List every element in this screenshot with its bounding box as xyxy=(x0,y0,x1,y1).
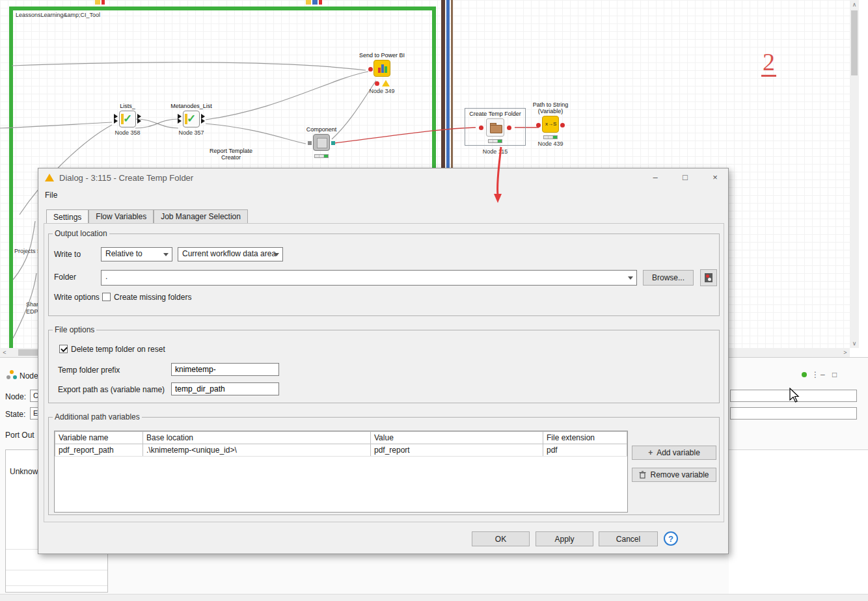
workflow-area-select[interactable]: Current workflow data area xyxy=(178,247,283,261)
node-status-light xyxy=(543,135,558,139)
dialog-title-bar[interactable]: Dialog - 3:115 - Create Temp Folder – □ … xyxy=(38,168,728,188)
add-variable-button[interactable]: + Add variable xyxy=(632,446,716,460)
create-missing-folders-label: Create missing folders xyxy=(114,293,191,302)
maximize-button[interactable]: □ xyxy=(676,170,694,185)
node-title: Lists_ xyxy=(104,103,151,109)
scroll-right-button[interactable]: > xyxy=(841,348,850,357)
settings-tab-content: Output location Write to Relative to Cur… xyxy=(44,223,724,522)
red-arrow-annotation xyxy=(468,137,534,215)
minimize-button[interactable]: – xyxy=(646,170,664,185)
temp-folder-prefix-label: Temp folder prefix xyxy=(58,366,120,375)
path-variables-table[interactable]: Variable name Base location Value File e… xyxy=(54,431,628,513)
application-window: LeassonsLearning&amp;CI_Tool xyxy=(0,0,868,601)
port-out-label: Port Out xyxy=(5,431,38,440)
scroll-down-button[interactable]: ∨ xyxy=(850,339,859,348)
component-node-icon[interactable] xyxy=(313,134,330,151)
step-number-annotation: 2 xyxy=(761,49,776,77)
dialog-title: Dialog - 3:115 - Create Temp Folder xyxy=(59,173,193,183)
col-variable-name[interactable]: Variable name xyxy=(55,432,143,444)
input-port-icon xyxy=(178,118,182,124)
temp-folder-prefix-input[interactable] xyxy=(171,363,279,376)
flow-variable-icon xyxy=(705,273,712,282)
canvas-vertical-scrollbar[interactable]: ∧ ∨ xyxy=(850,0,859,348)
trash-icon xyxy=(639,471,646,479)
write-to-label: Write to xyxy=(54,250,81,259)
status-dot-icon xyxy=(802,372,807,377)
node-report-template-creator[interactable]: Report Template Creator xyxy=(203,148,259,161)
status-bar xyxy=(0,594,868,601)
clipped-node-label: EDP xyxy=(26,308,38,315)
folder-label: Folder xyxy=(54,273,76,282)
col-base-location[interactable]: Base location xyxy=(143,432,371,444)
node-title: Send to Power BI xyxy=(355,52,409,59)
input-port-icon xyxy=(114,118,118,124)
output-port-icon xyxy=(201,118,205,124)
node-id: Node 358 xyxy=(104,129,151,136)
write-options-label: Write options xyxy=(54,293,100,302)
panel-title: Node xyxy=(20,371,38,381)
additional-path-variables-group: Additional path variables Variable name … xyxy=(48,412,720,515)
browse-button[interactable]: Browse... xyxy=(643,270,694,286)
tab-settings[interactable]: Settings xyxy=(46,209,88,224)
chevron-down-icon xyxy=(274,253,279,256)
chevron-down-icon xyxy=(628,276,633,280)
flow-variable-output-port xyxy=(507,126,511,130)
input-port-icon xyxy=(308,141,312,145)
export-path-input[interactable] xyxy=(171,382,279,395)
write-to-select[interactable]: Relative to xyxy=(101,247,172,261)
ok-button[interactable]: OK xyxy=(472,531,530,546)
tab-flow-variables[interactable]: Flow Variables xyxy=(88,209,154,223)
powerbi-node-icon[interactable] xyxy=(373,60,390,77)
input-port-icon xyxy=(368,67,373,72)
col-value[interactable]: Value xyxy=(371,432,543,444)
delete-temp-folder-label: Delete temp folder on reset xyxy=(71,345,165,354)
scroll-left-button[interactable]: < xyxy=(0,348,9,357)
node-monitor-icon xyxy=(7,370,17,381)
scroll-up-button[interactable]: ∧ xyxy=(850,0,859,9)
tab-job-manager-selection[interactable]: Job Manager Selection xyxy=(154,209,248,223)
node-status-light xyxy=(314,154,329,158)
close-button[interactable]: × xyxy=(706,170,724,185)
table-row[interactable]: pdf_report_path .\knimetemp-<unique_id>\… xyxy=(55,444,627,457)
clipped-node-label: Projects S xyxy=(14,248,38,254)
create-temp-folder-icon[interactable] xyxy=(486,118,504,137)
node-title: Component xyxy=(297,126,346,133)
quickform-node-icon[interactable]: ✓ xyxy=(119,111,136,127)
cancel-button[interactable]: Cancel xyxy=(599,531,658,546)
flow-variable-input-port xyxy=(536,123,541,127)
node-component[interactable]: Component xyxy=(297,126,346,158)
folder-input[interactable]: . xyxy=(101,270,637,286)
quickform-node-icon[interactable]: ✓ xyxy=(183,111,200,127)
view-menu-icon[interactable]: ⋮ xyxy=(811,370,819,379)
node-title: Metanodes_List xyxy=(164,103,219,109)
flow-variable-input-port xyxy=(479,126,483,130)
node-lists[interactable]: Lists_ ✓ Node 358 xyxy=(104,103,151,136)
chevron-down-icon xyxy=(163,253,169,256)
clipped-node-label: Shar xyxy=(26,301,38,308)
plus-icon: + xyxy=(648,448,653,457)
error-status-icon xyxy=(375,81,379,86)
knime-dialog-icon xyxy=(45,174,54,181)
node-metanodes-list[interactable]: Metanodes_List ✓ Node 357 xyxy=(164,103,219,136)
menu-file[interactable]: File xyxy=(41,189,61,201)
flow-variable-button[interactable] xyxy=(700,269,717,286)
col-file-extension[interactable]: File extension xyxy=(543,432,627,444)
create-temp-folder-dialog: Dialog - 3:115 - Create Temp Folder – □ … xyxy=(38,168,729,554)
state-field-right xyxy=(730,407,857,420)
help-button[interactable]: ? xyxy=(664,531,678,546)
panel-maximize-icon[interactable]: □ xyxy=(832,370,837,379)
output-location-group: Output location Write to Relative to Cur… xyxy=(48,229,720,316)
node-send-to-powerbi[interactable]: Send to Power BI Node 349 xyxy=(355,52,409,94)
node-title: Create Temp Folder xyxy=(465,111,525,117)
apply-button[interactable]: Apply xyxy=(536,531,593,546)
remove-variable-button[interactable]: Remove variable xyxy=(632,468,716,482)
output-port-icon xyxy=(331,141,335,145)
delete-temp-folder-checkbox[interactable] xyxy=(59,345,68,353)
create-missing-folders-checkbox[interactable] xyxy=(102,293,111,301)
file-options-group: File options Delete temp folder on reset… xyxy=(48,325,720,403)
export-path-label: Export path as (variable name) xyxy=(58,385,165,394)
node-id: Node 357 xyxy=(164,129,219,136)
vertical-scroll-thumb[interactable] xyxy=(851,10,858,75)
panel-minimize-icon[interactable]: – xyxy=(821,370,825,379)
path-to-string-node-icon[interactable]: x→S xyxy=(542,116,559,133)
